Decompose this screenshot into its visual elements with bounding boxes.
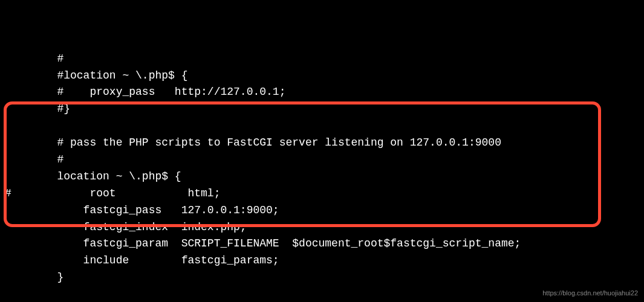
code-line: #: [5, 152, 639, 169]
code-line: fastcgi_param SCRIPT_FILENAME $document_…: [5, 236, 639, 252]
terminal-output: # #location ~ \.php$ { # proxy_pass http…: [0, 0, 644, 302]
code-line: # root html;: [5, 185, 639, 202]
code-line: #: [5, 51, 639, 68]
code-line: location ~ \.php$ {: [5, 169, 639, 185]
config-code-block: # #location ~ \.php$ { # proxy_pass http…: [5, 51, 639, 302]
code-line: # proxy_pass http://127.0.0.1;: [5, 84, 639, 101]
code-line: fastcgi_pass 127.0.0.1:9000;: [5, 202, 639, 219]
code-line: #}: [5, 101, 639, 118]
code-line: }: [5, 269, 639, 286]
code-line: [5, 118, 639, 135]
code-line: fastcgi_index index.php;: [5, 219, 639, 236]
code-line: # pass the PHP scripts to FastCGI server…: [5, 135, 639, 152]
code-line: #location ~ \.php$ {: [5, 68, 639, 85]
code-line: include fastcgi_params;: [5, 252, 639, 269]
watermark-text: https://blog.csdn.net/huojiahui22: [542, 288, 638, 298]
